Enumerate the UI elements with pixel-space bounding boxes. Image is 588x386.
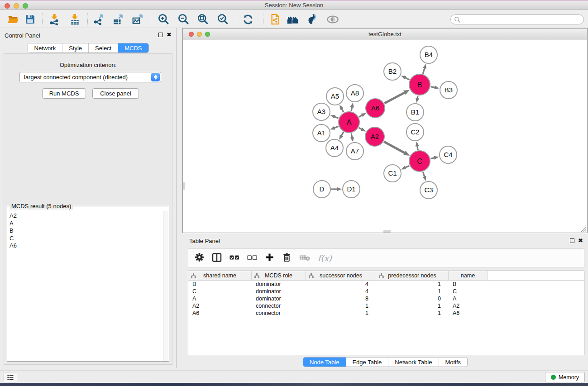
table-cell[interactable]: 1 [376,310,449,316]
open-vizmapper-button[interactable] [304,12,320,27]
table-row[interactable]: Bdominator41B [188,281,584,288]
graph-node-C[interactable]: C [409,151,430,172]
graph-edge-A-A6[interactable] [359,113,366,117]
export-image-button[interactable] [129,12,146,27]
open-network-cloud-button[interactable] [267,12,283,27]
table-cell[interactable]: 1 [376,281,449,287]
graph-edge-C-C2[interactable] [416,142,419,150]
graph-edge-A-A7[interactable] [350,133,354,142]
graph-node-B4[interactable]: B4 [420,46,437,63]
column-header[interactable]: shared name [188,271,252,280]
export-network-button[interactable] [91,12,107,27]
table-cell[interactable]: A [449,295,488,302]
graph-node-A1[interactable]: A1 [313,124,330,142]
graph-edge-A-A1[interactable] [330,126,339,130]
table-row[interactable]: A2connector11A2 [188,302,584,310]
mcds-result-item[interactable]: A2 [8,212,163,220]
graph-node-A8[interactable]: A8 [346,85,363,102]
table-cell[interactable]: B [449,281,488,287]
table-cell[interactable]: 1 [376,288,449,295]
column-header[interactable]: successor nodes [306,271,376,280]
zoom-out-button[interactable] [175,12,191,27]
table-cell[interactable]: connector [252,310,306,316]
graph-node-B[interactable]: B [409,74,430,95]
table-cell[interactable]: A2 [449,303,488,309]
mcds-result-item[interactable]: B [8,227,163,235]
memory-button[interactable]: Memory [545,372,585,382]
apply-layout-button[interactable] [240,12,256,27]
save-session-button[interactable] [22,12,38,27]
resize-grip-icon[interactable] [581,226,587,232]
table-cell[interactable]: 1 [306,310,376,316]
split-view-button[interactable] [212,253,222,264]
minimize-window-button[interactable] [14,3,19,9]
table-cell[interactable]: dominator [252,288,306,295]
graph-node-A2[interactable]: A2 [365,127,384,146]
graph-node-D1[interactable]: D1 [343,181,360,198]
table-cell[interactable]: B [188,281,252,287]
graph-edge-D-D1[interactable] [331,187,342,191]
graph-node-B1[interactable]: B1 [406,104,424,121]
table-cell[interactable]: dominator [252,295,306,302]
column-header[interactable]: predecessor nodes [376,271,449,280]
graph-edge-B-B1[interactable] [416,96,419,103]
zoom-in-button[interactable] [155,12,172,27]
table-row[interactable]: Adominator80A [188,295,584,302]
tab-motifs[interactable]: Motifs [439,357,467,367]
criterion-select[interactable]: largest connected component (directed) [19,72,161,82]
zoom-fit-button[interactable] [195,12,211,27]
graph-edge-B-B4[interactable] [423,64,426,74]
float-panel-icon[interactable] [570,238,574,243]
add-column-button[interactable] [265,253,274,263]
search-field[interactable] [450,14,584,24]
run-mcds-button[interactable]: Run MCDS [42,88,86,99]
table-cell[interactable]: 0 [376,295,449,302]
graph-node-A[interactable]: A [339,112,359,133]
table-cell[interactable]: connector [252,303,306,309]
float-panel-icon[interactable] [158,33,163,37]
graph-node-B3[interactable]: B3 [440,81,457,99]
graph-edge-C-C1[interactable] [401,166,409,169]
search-input[interactable] [461,16,583,23]
minimize-network-button[interactable] [197,32,202,37]
graph-edge-A6-B[interactable] [384,90,410,104]
tab-network[interactable]: Network [28,43,62,52]
graph-node-A7[interactable]: A7 [346,143,363,160]
mcds-result-item[interactable]: A [8,220,163,228]
graph-node-C1[interactable]: C1 [384,165,401,182]
splitter-handle[interactable] [383,230,391,233]
graph-edge-B-B3[interactable] [431,86,440,89]
graph-edge-B-B2[interactable] [401,76,410,80]
deselect-all-columns-button[interactable] [247,253,257,264]
table-settings-button[interactable] [195,253,204,263]
column-header[interactable]: MCDS role [252,271,306,280]
graph-node-D[interactable]: D [313,181,330,198]
close-panel-icon[interactable]: ✖ [578,238,583,243]
table-cell[interactable]: 1 [306,303,376,309]
export-table-button[interactable] [110,12,126,27]
table-cell[interactable]: 4 [306,281,376,287]
delete-column-button[interactable] [282,253,292,263]
table-cell[interactable]: A6 [449,310,488,316]
table-cell[interactable]: A2 [188,303,252,309]
graph-node-A4[interactable]: A4 [326,139,343,157]
network-window-controls[interactable] [189,32,210,37]
graph-node-C4[interactable]: C4 [440,146,457,163]
table-cell[interactable]: C [449,288,488,295]
column-header[interactable]: name [449,271,488,280]
import-table-button[interactable] [67,12,83,27]
zoom-window-button[interactable] [23,3,28,9]
close-network-button[interactable] [189,32,194,37]
graph-edge-A-A8[interactable] [350,103,354,111]
select-all-columns-button[interactable] [229,253,239,264]
graph-node-A5[interactable]: A5 [326,88,344,105]
graph-node-C3[interactable]: C3 [420,181,437,199]
graph-node-C2[interactable]: C2 [406,124,424,141]
import-network-button[interactable] [46,12,62,27]
cyndex-home-button[interactable] [285,12,301,27]
zoom-network-button[interactable] [205,32,210,37]
graph-node-A3[interactable]: A3 [313,103,330,120]
network-canvas-svg[interactable]: B4B2BB3A8A5A6A3B1AC2A1A2A4A7C4CC1DD1C3 [183,41,587,233]
graph-edge-A-A5[interactable] [339,105,344,112]
tab-mcds[interactable]: MCDS [118,43,148,52]
